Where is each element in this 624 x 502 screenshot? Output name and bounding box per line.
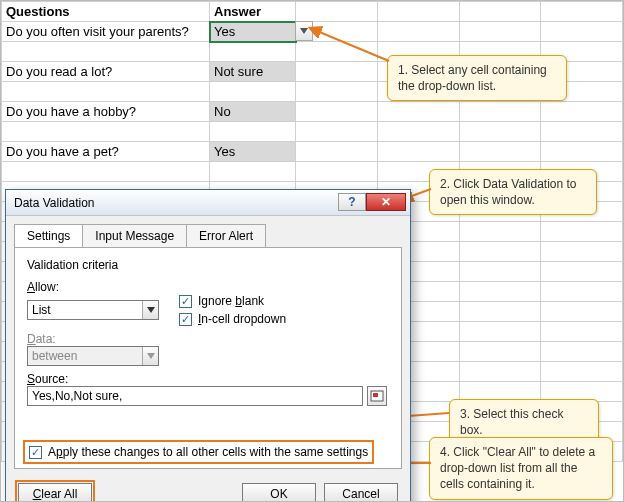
incell-dropdown-label: In-cell dropdown (198, 312, 286, 326)
tab-input-message[interactable]: Input Message (82, 224, 187, 247)
close-icon: ✕ (381, 195, 391, 209)
dropdown-arrow-button[interactable] (295, 21, 313, 41)
chevron-down-icon (300, 28, 308, 34)
callout-step4: 4. Click "Clear All" to delete a drop-do… (429, 437, 613, 500)
source-label: Source: (27, 372, 389, 386)
range-select-icon (370, 390, 384, 402)
clear-all-button[interactable]: Clear All (18, 483, 92, 502)
svg-marker-10 (147, 353, 155, 359)
apply-all-row: Apply these changes to all other cells w… (27, 444, 370, 460)
svg-marker-9 (147, 307, 155, 313)
criteria-label: Validation criteria (27, 258, 389, 272)
cell-answer[interactable]: Yes (210, 142, 296, 162)
incell-dropdown-checkbox[interactable] (179, 313, 192, 326)
svg-rect-12 (373, 393, 378, 397)
close-button[interactable]: ✕ (366, 193, 406, 211)
data-label: Data: (27, 332, 389, 346)
cell-answer-selected[interactable]: Yes (210, 22, 296, 42)
dialog-titlebar[interactable]: Data Validation ? ✕ (6, 190, 410, 216)
ignore-blank-label: Ignore blank (198, 294, 264, 308)
ok-button[interactable]: OK (242, 483, 316, 502)
tabstrip: Settings Input Message Error Alert (6, 216, 410, 247)
cell-answer[interactable]: Not sure (210, 62, 296, 82)
tab-error-alert[interactable]: Error Alert (186, 224, 266, 247)
data-validation-dialog: Data Validation ? ✕ Settings Input Messa… (5, 189, 411, 502)
allow-value: List (32, 303, 51, 317)
header-questions: Questions (2, 2, 210, 22)
chevron-down-icon (142, 301, 158, 319)
apply-all-checkbox[interactable] (29, 446, 42, 459)
cancel-button[interactable]: Cancel (324, 483, 398, 502)
source-input[interactable]: Yes,No,Not sure, (27, 386, 363, 406)
callout-step2: 2. Click Data Validation to open this wi… (429, 169, 597, 215)
apply-all-label: Apply these changes to all other cells w… (48, 445, 368, 459)
callout-step1: 1. Select any cell containing the drop-d… (387, 55, 567, 101)
allow-combo[interactable]: List (27, 300, 159, 320)
range-select-button[interactable] (367, 386, 387, 406)
cell-question[interactable]: Do you read a lot? (2, 62, 210, 82)
help-button[interactable]: ? (338, 193, 366, 211)
tabpage-settings: Validation criteria Allow: List Ignore b… (14, 247, 402, 469)
chevron-down-icon (142, 347, 158, 365)
data-value: between (32, 349, 77, 363)
tab-settings[interactable]: Settings (14, 224, 83, 247)
cell-question[interactable]: Do you have a hobby? (2, 102, 210, 122)
dialog-buttons: Clear All OK Cancel (6, 477, 410, 502)
cell-question[interactable]: Do you often visit your parents? (2, 22, 210, 42)
cell-answer[interactable]: No (210, 102, 296, 122)
help-icon: ? (348, 195, 355, 209)
allow-label: Allow: (27, 280, 389, 294)
cell-question[interactable]: Do you have a pet? (2, 142, 210, 162)
header-answer: Answer (210, 2, 296, 22)
svg-marker-0 (300, 28, 308, 34)
ignore-blank-checkbox[interactable] (179, 295, 192, 308)
data-combo: between (27, 346, 159, 366)
dialog-title: Data Validation (14, 196, 95, 210)
